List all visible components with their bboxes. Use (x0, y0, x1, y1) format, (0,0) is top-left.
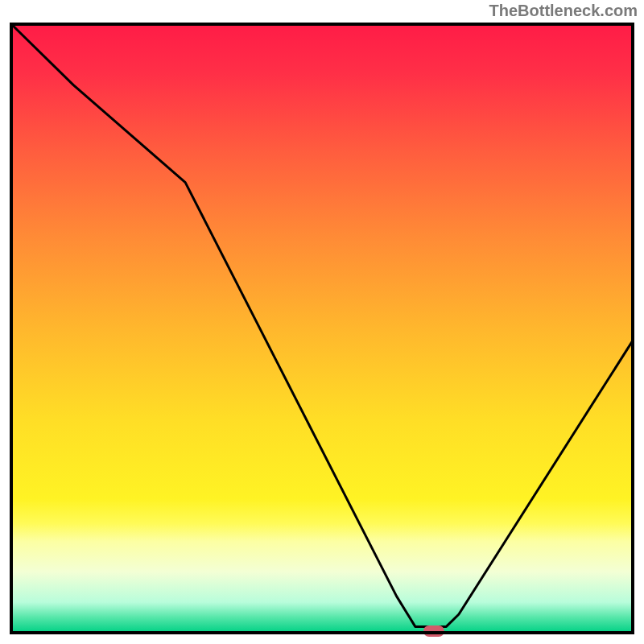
chart-container: TheBottleneck.com (0, 0, 644, 644)
plot-area (11, 24, 633, 637)
bottleneck-chart (0, 0, 644, 644)
gradient-background (11, 24, 633, 633)
